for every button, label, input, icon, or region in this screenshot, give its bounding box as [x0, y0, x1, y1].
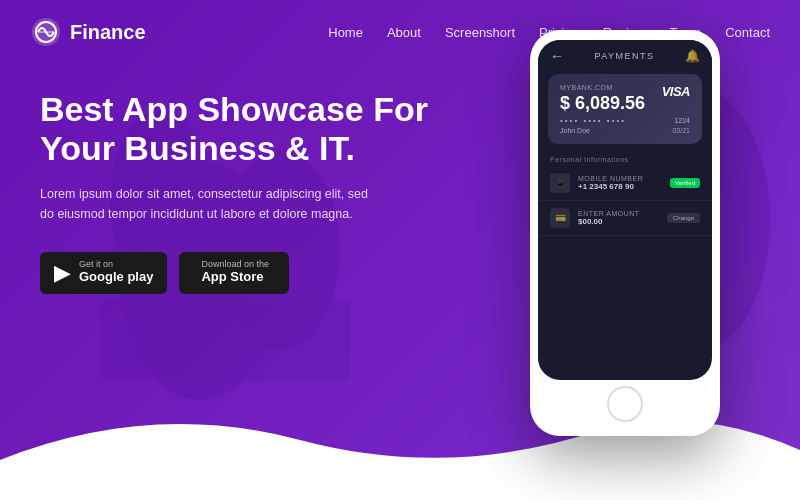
phone-card-brand: VISA	[662, 84, 690, 99]
nav-screenshot[interactable]: Screenshort	[445, 25, 515, 40]
phone-amount-label: ENTER AMOUNT	[578, 210, 659, 217]
hero-title: Best App Showcase For Your Business & IT…	[40, 90, 440, 168]
phone-verified-badge: Verified	[670, 178, 700, 188]
phone-card-expiry: 03/21	[672, 127, 690, 134]
phone-card-dots: •••• •••• ••••	[560, 116, 690, 125]
store-buttons: ▶ Get it on Google play Download on the …	[40, 252, 440, 294]
phone-section-label: Personal Informations	[538, 150, 712, 166]
hero-subtitle: Lorem ipsum dolor sit amet, consectetur …	[40, 184, 380, 224]
phone-home-button[interactable]	[607, 386, 643, 422]
phone-mobile-value: +1 2345 678 90	[578, 182, 662, 191]
hero-section: Finance Home About Screenshort Pricing R…	[0, 0, 800, 500]
phone-amount-icon: 💳	[550, 208, 570, 228]
phone-change-action[interactable]: Change	[667, 213, 700, 223]
phone-card: myBank.com $ 6,089.56 •••• •••• •••• Joh…	[548, 74, 702, 144]
app-store-text: Download on the App Store	[201, 260, 269, 286]
brand-name: Finance	[70, 21, 146, 44]
logo-icon	[30, 16, 62, 48]
google-play-label: Google play	[79, 269, 153, 286]
google-play-icon: ▶	[54, 262, 71, 284]
phone-mockup: ← PAYMENTS 🔔 myBank.com $ 6,089.56 •••• …	[530, 30, 720, 436]
app-store-pre: Download on the	[201, 260, 269, 269]
nav-contact[interactable]: Contact	[725, 25, 770, 40]
phone-card-name: John Doe	[560, 127, 690, 134]
phone-card-number: 1224	[674, 117, 690, 124]
phone-back-icon: ←	[550, 48, 564, 64]
phone-row-mobile: 📱 MOBILE NUMBER +1 2345 678 90 Verified	[538, 166, 712, 201]
google-play-button[interactable]: ▶ Get it on Google play	[40, 252, 167, 294]
app-store-label: App Store	[201, 269, 263, 286]
phone-amount-info: ENTER AMOUNT $00.00	[578, 210, 659, 226]
phone-bell-icon: 🔔	[685, 49, 700, 63]
google-play-text: Get it on Google play	[79, 260, 153, 286]
phone-mobile-info: MOBILE NUMBER +1 2345 678 90	[578, 175, 662, 191]
google-play-pre: Get it on	[79, 260, 113, 269]
app-store-button[interactable]: Download on the App Store	[179, 252, 289, 294]
phone-outer: ← PAYMENTS 🔔 myBank.com $ 6,089.56 •••• …	[530, 30, 720, 436]
nav-about[interactable]: About	[387, 25, 421, 40]
phone-row-amount: 💳 ENTER AMOUNT $00.00 Change	[538, 201, 712, 236]
logo[interactable]: Finance	[30, 16, 146, 48]
phone-topbar: ← PAYMENTS 🔔	[538, 40, 712, 68]
phone-mobile-label: MOBILE NUMBER	[578, 175, 662, 182]
phone-title: PAYMENTS	[594, 51, 654, 61]
nav-home[interactable]: Home	[328, 25, 363, 40]
phone-amount-value: $00.00	[578, 217, 659, 226]
hero-content: Best App Showcase For Your Business & IT…	[40, 90, 440, 294]
phone-mobile-icon: 📱	[550, 173, 570, 193]
phone-screen: ← PAYMENTS 🔔 myBank.com $ 6,089.56 •••• …	[538, 40, 712, 380]
